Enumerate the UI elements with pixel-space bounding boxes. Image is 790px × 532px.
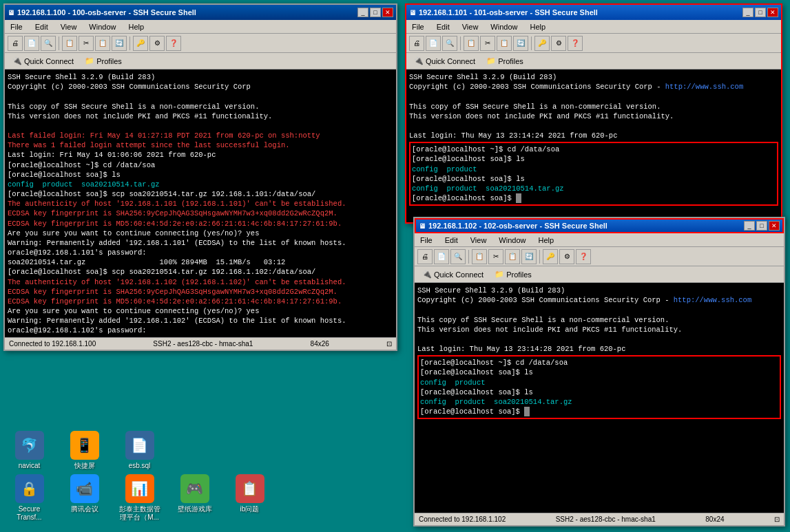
ssh-window-1[interactable]: 🖥 192.168.1.100 - 100-osb-server - SSH S… [3, 3, 397, 351]
close-btn-1[interactable]: ✕ [382, 8, 393, 17]
term-line: config product soa20210514.tar.gz [8, 180, 393, 189]
toolbar-btn-help-2[interactable]: ❓ [568, 36, 583, 51]
pengtai-label: 彭泰主数据管理平台（M... [119, 505, 160, 522]
menu-window-1[interactable]: Window [86, 22, 118, 32]
menu-help-3[interactable]: Help [535, 235, 557, 245]
toolbar-btn-new-3[interactable]: 📄 [434, 249, 449, 264]
term-line: [oracle@localhost soa]$ [420, 407, 778, 416]
toolbar-btn-print-2[interactable]: 🖨 [409, 36, 424, 51]
toolbar-btn-copy-2[interactable]: 📋 [464, 36, 479, 51]
profiles-btn-2[interactable]: 📁 Profiles [483, 55, 527, 67]
term-line: SSH Secure Shell 3.2.9 (Build 283) [409, 72, 778, 82]
window-icon-2: 🖥 [409, 9, 416, 17]
quick-connect-btn-3[interactable]: 🔌 Quick Connect [419, 268, 487, 280]
quick-connect-btn-2[interactable]: 🔌 Quick Connect [410, 55, 479, 67]
status-icon-1: ⊡ [386, 340, 392, 348]
toolbar-btn-search-1[interactable]: 🔍 [41, 36, 56, 51]
toolbar-btn-key-2[interactable]: 🔑 [534, 36, 550, 51]
toolbar-btn-print-1[interactable]: 🖨 [8, 36, 23, 51]
status-connected-3: Connected to 192.168.1.102 [419, 515, 506, 523]
desktop-icon-pengtai[interactable]: 📊 彭泰主数据管理平台（M... [117, 474, 162, 522]
menu-file-1[interactable]: File [8, 22, 25, 32]
status-protocol-3: SSH2 - aes128-cbc - hmac-sha1 [556, 515, 656, 523]
ssh-window-2[interactable]: 🖥 192.168.1.101 - 101-osb-server - SSH S… [405, 3, 782, 224]
menu-file-3[interactable]: File [417, 235, 435, 245]
close-btn-2[interactable]: ✕ [767, 8, 778, 17]
toolbar-btn-paste-1[interactable]: 📋 [95, 36, 110, 51]
term-line: Last login: Thu May 13 23:14:28 2021 fro… [417, 344, 781, 354]
toolbar-btn-settings-3[interactable]: ⚙ [559, 249, 574, 264]
term-line: [oracle@localhost soa]$ ls [420, 368, 778, 377]
toolbar-btn-cut-2[interactable]: ✂ [480, 36, 495, 51]
desktop-icon-ib[interactable]: 📋 ib问题 [227, 474, 272, 513]
toolbar-btn-copy-3[interactable]: 📋 [472, 249, 487, 264]
toolbar-btn-refresh-2[interactable]: 🔄 [513, 36, 528, 51]
profiles-btn-3[interactable]: 📁 Profiles [491, 268, 535, 280]
menu-help-1[interactable]: Help [125, 22, 147, 32]
term-line: [oracle@localhost soa]$ scp soa20210514.… [8, 267, 393, 277]
terminal-2[interactable]: SSH Secure Shell 3.2.9 (Build 283) Copyr… [406, 70, 781, 222]
menu-file-2[interactable]: File [409, 22, 427, 32]
toolbar-sep-2 [460, 36, 461, 50]
minimize-btn-1[interactable]: _ [357, 8, 368, 17]
maximize-btn-2[interactable]: □ [755, 8, 766, 17]
titlebar-2: 🖥 192.168.1.101 - 101-osb-server - SSH S… [406, 5, 781, 20]
term-line: Are you sure you want to continue connec… [8, 228, 393, 238]
term-line: [oracle@localhost ~]$ cd /data/soa [8, 160, 393, 170]
term-line: This version does not include PKI and PK… [417, 325, 781, 334]
toolbar-btn-print-3[interactable]: 🖨 [417, 249, 433, 264]
menu-edit-2[interactable]: Edit [434, 22, 453, 32]
menu-help-2[interactable]: Help [527, 22, 548, 32]
toolbar-btn-search-3[interactable]: 🔍 [450, 249, 466, 264]
toolbar-btn-help-3[interactable]: ❓ [576, 249, 591, 264]
term-line: The authenticity of host '192.168.1.101 … [8, 199, 393, 209]
menu-view-2[interactable]: View [459, 22, 481, 32]
desktop-icon-secure[interactable]: 🔒 SecureTransf... [7, 474, 52, 522]
toolbar-btn-cut-1[interactable]: ✂ [79, 36, 94, 51]
toolbar-btn-paste-3[interactable]: 📋 [505, 249, 520, 264]
terminal-1[interactable]: SSH Secure Shell 3.2.9 (Build 283) Copyr… [5, 70, 396, 337]
toolbar-sep2-1 [129, 36, 130, 50]
minimize-btn-2[interactable]: _ [742, 8, 753, 17]
toolbar-btn-key-1[interactable]: 🔑 [133, 36, 148, 51]
toolbar-btn-settings-2[interactable]: ⚙ [551, 36, 566, 51]
menu-view-3[interactable]: View [468, 235, 490, 245]
desktop-icon-tencent[interactable]: 📹 腾讯会议 [62, 474, 107, 513]
terminal-3[interactable]: SSH Secure Shell 3.2.9 (Build 283) Copyr… [415, 283, 784, 513]
minimize-btn-3[interactable]: _ [744, 221, 755, 231]
toolbar-btn-search-2[interactable]: 🔍 [442, 36, 457, 51]
toolbar-btn-paste-2[interactable]: 📋 [497, 36, 512, 51]
toolbar-btn-new-2[interactable]: 📄 [426, 36, 441, 51]
desktop-icon-wallpaper[interactable]: 🎮 壁纸游戏库 [172, 474, 217, 513]
toolbar-btn-settings-1[interactable]: ⚙ [149, 36, 165, 51]
toolbar-sep2-3 [539, 250, 540, 264]
close-btn-3[interactable]: ✕ [769, 221, 780, 231]
maximize-btn-3[interactable]: □ [756, 221, 767, 231]
status-bar-1: Connected to 192.168.1.100 SSH2 - aes128… [5, 337, 396, 350]
toolbar-btn-key-3[interactable]: 🔑 [543, 249, 558, 264]
quick-connect-bar-3: 🔌 Quick Connect 📁 Profiles [415, 266, 784, 283]
toolbar-btn-refresh-3[interactable]: 🔄 [521, 249, 537, 264]
profiles-btn-1[interactable]: 📁 Profiles [81, 55, 125, 67]
toolbar-btn-refresh-1[interactable]: 🔄 [112, 36, 127, 51]
menu-view-1[interactable]: View [58, 22, 80, 32]
menu-edit-1[interactable]: Edit [32, 22, 51, 32]
titlebar-1: 🖥 192.168.1.100 - 100-osb-server - SSH S… [5, 5, 396, 20]
menu-edit-3[interactable]: Edit [442, 235, 461, 245]
quick-connect-btn-1[interactable]: 🔌 Quick Connect [9, 55, 77, 67]
desktop-icon-quickscreen[interactable]: 📱 快捷屏 [62, 431, 107, 470]
menu-window-2[interactable]: Window [488, 22, 520, 32]
toolbar-btn-new-1[interactable]: 📄 [24, 36, 39, 51]
toolbar-btn-copy-1[interactable]: 📋 [62, 36, 77, 51]
ssh-window-3[interactable]: 🖥 192.168.1.102 - 102-osb-server - SSH S… [413, 217, 785, 526]
term-line [417, 305, 781, 315]
desktop-icon-navicat[interactable]: 🐬 navicat [7, 431, 52, 470]
toolbar-btn-cut-3[interactable]: ✂ [488, 249, 503, 264]
ib-label: ib问题 [240, 505, 260, 513]
toolbar-btn-help-1[interactable]: ❓ [166, 36, 181, 51]
menu-window-3[interactable]: Window [496, 235, 528, 245]
maximize-btn-1[interactable]: □ [370, 8, 381, 17]
toolbar-2: 🖨 📄 🔍 📋 ✂ 📋 🔄 🔑 ⚙ ❓ [406, 34, 781, 53]
desktop-icon-esb[interactable]: 📄 esb.sql [117, 431, 162, 470]
term-line [417, 334, 781, 344]
